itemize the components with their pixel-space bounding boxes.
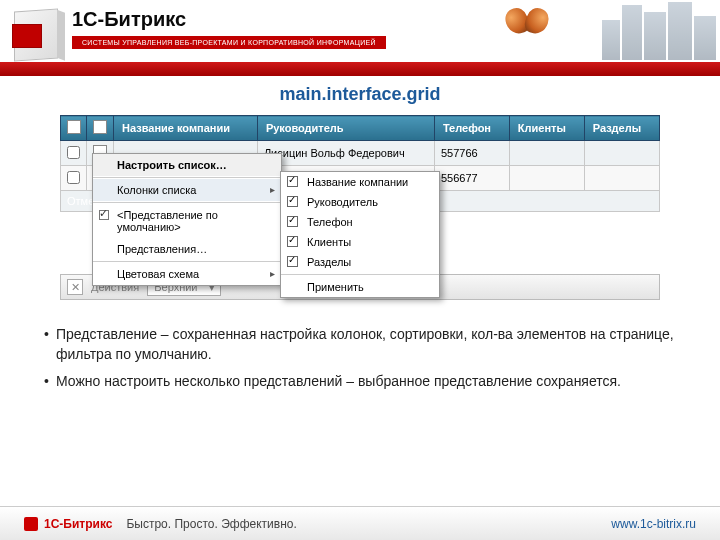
grid-container: Название компании Руководитель Телефон К… — [60, 115, 660, 212]
submenu-label: Разделы — [307, 256, 351, 268]
cell-clients — [509, 141, 584, 166]
checkbox-icon[interactable] — [287, 256, 298, 267]
check-icon — [99, 210, 109, 220]
submenu-item-sections[interactable]: Разделы — [281, 252, 439, 272]
submenu-item-company[interactable]: Название компании — [281, 172, 439, 192]
grid-menu-header[interactable] — [87, 116, 114, 141]
menu-separator — [93, 202, 281, 203]
columns-submenu: Название компании Руководитель Телефон К… — [280, 171, 440, 298]
submenu-label: Клиенты — [307, 236, 351, 248]
grid-settings-header[interactable] — [61, 116, 87, 141]
menu-configure-list[interactable]: Настроить список… — [93, 154, 281, 176]
col-sections[interactable]: Разделы — [584, 116, 659, 141]
col-company[interactable]: Название компании — [114, 116, 258, 141]
submenu-label: Название компании — [307, 176, 408, 188]
col-clients[interactable]: Клиенты — [509, 116, 584, 141]
cell-sections — [584, 166, 659, 191]
city-image — [570, 0, 720, 60]
submenu-apply[interactable]: Применить — [281, 277, 439, 297]
checkbox-icon[interactable] — [287, 176, 298, 187]
submenu-label: Руководитель — [307, 196, 378, 208]
menu-separator — [93, 177, 281, 178]
submenu-item-clients[interactable]: Клиенты — [281, 232, 439, 252]
bullet-item: Можно настроить несколько представлений … — [44, 371, 676, 391]
row-checkbox[interactable] — [67, 171, 80, 184]
menu-list-columns[interactable]: Колонки списка — [93, 179, 281, 201]
page-title: main.interface.grid — [279, 84, 440, 104]
row-check[interactable] — [61, 141, 87, 166]
brand-block: 1С-Битрикс — [72, 8, 186, 31]
cell-phone: 557766 — [434, 141, 509, 166]
col-phone[interactable]: Телефон — [434, 116, 509, 141]
cell-phone: 556677 — [434, 166, 509, 191]
menu-default-view[interactable]: <Представление по умолчанию> — [93, 204, 281, 238]
context-menu: Настроить список… Колонки списка <Предст… — [92, 153, 282, 286]
description-list: Представление – сохраненная настройка ко… — [44, 324, 676, 391]
menu-separator — [93, 261, 281, 262]
row-checkbox[interactable] — [67, 146, 80, 159]
submenu-item-leader[interactable]: Руководитель — [281, 192, 439, 212]
checkbox-icon[interactable] — [287, 236, 298, 247]
footer-url[interactable]: www.1c-bitrix.ru — [611, 517, 696, 531]
brand-name: 1С-Битрикс — [72, 8, 186, 31]
menu-separator — [281, 274, 439, 275]
header-red-strip — [0, 62, 720, 76]
menu-icon[interactable] — [93, 120, 107, 134]
checkbox-icon[interactable] — [287, 216, 298, 227]
menu-default-view-label: <Представление по умолчанию> — [117, 209, 218, 233]
row-check[interactable] — [61, 166, 87, 191]
butterfly-image — [500, 2, 560, 52]
submenu-item-phone[interactable]: Телефон — [281, 212, 439, 232]
checkbox-icon[interactable] — [287, 196, 298, 207]
footer-brand: 1С-Битрикс — [44, 517, 112, 531]
col-leader[interactable]: Руководитель — [257, 116, 434, 141]
bullet-item: Представление – сохраненная настройка ко… — [44, 324, 676, 365]
header: 1С-Битрикс СИСТЕМЫ УПРАВЛЕНИЯ ВЕБ-ПРОЕКТ… — [0, 0, 720, 78]
footer-logo-icon — [24, 517, 38, 531]
page-title-area: main.interface.grid — [0, 78, 720, 115]
close-button[interactable]: ✕ — [67, 279, 83, 295]
cell-clients — [509, 166, 584, 191]
cell-leader: Лисицин Вольф Федерович — [257, 141, 434, 166]
footer: 1С-Битрикс Быстро. Просто. Эффективно. w… — [0, 506, 720, 540]
menu-views[interactable]: Представления… — [93, 238, 281, 260]
cell-sections — [584, 141, 659, 166]
brand-tagline: СИСТЕМЫ УПРАВЛЕНИЯ ВЕБ-ПРОЕКТАМИ И КОРПО… — [72, 36, 386, 49]
grid-header-row: Название компании Руководитель Телефон К… — [61, 116, 660, 141]
menu-color-scheme[interactable]: Цветовая схема — [93, 263, 281, 285]
submenu-label: Телефон — [307, 216, 353, 228]
product-box-image — [8, 4, 66, 66]
footer-slogan: Быстро. Просто. Эффективно. — [126, 517, 296, 531]
gear-icon[interactable] — [67, 120, 81, 134]
